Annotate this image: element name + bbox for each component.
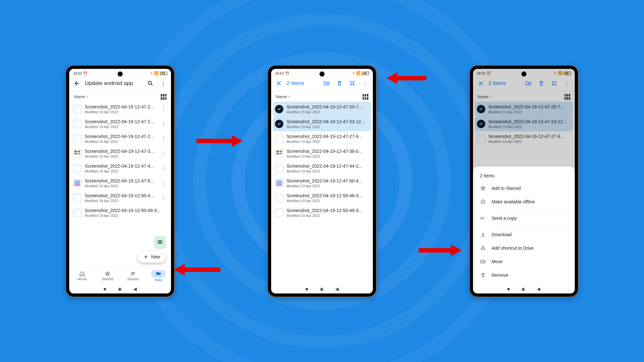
sheet-add-starred[interactable]: Add to Starred — [473, 181, 575, 195]
folder-title: Update android app — [85, 80, 143, 87]
file-row-selected[interactable]: Screenshot_2022-04-19-12-47-20-7...Modif… — [273, 102, 371, 116]
offline-icon — [480, 199, 486, 205]
file-thumb — [73, 179, 81, 187]
nav-starred[interactable]: Starred — [95, 267, 120, 284]
back-icon[interactable]: ◀ — [133, 286, 137, 292]
arrow-to-selected-row — [196, 135, 243, 147]
overflow-icon[interactable]: ⋮ — [158, 78, 168, 88]
recents-icon[interactable]: ■ — [305, 286, 308, 292]
trash-icon[interactable] — [334, 78, 345, 88]
svg-point-7 — [481, 200, 485, 204]
close-icon[interactable] — [274, 78, 284, 88]
fab-group: New — [137, 236, 166, 263]
row-overflow-icon[interactable]: ⋮ — [160, 165, 167, 171]
svg-point-3 — [131, 272, 133, 274]
camera-punch — [118, 72, 122, 76]
phone-2: 18:52 ⏰ ✧📶66 2 items ⋮ Name ↑ Screenshot… — [268, 66, 376, 297]
sheet-move[interactable]: Move — [473, 255, 575, 268]
file-row[interactable]: Screenshot_2022-04-19-12-47-23-12...Modi… — [71, 116, 169, 131]
file-row[interactable]: Screenshot_2022-04-19-12-47-20-7...Modif… — [71, 102, 169, 116]
svg-rect-5 — [351, 82, 354, 85]
sheet-title: 2 items — [473, 171, 575, 181]
svg-point-2 — [159, 241, 161, 243]
sort-arrow-icon: ↑ — [86, 94, 89, 99]
bottom-nav: Home Starred Shared Files — [69, 267, 171, 284]
back-icon[interactable]: ◀ — [537, 286, 540, 292]
back-icon[interactable]: ◀ — [335, 286, 339, 292]
sheet-download[interactable]: Download — [473, 228, 575, 241]
select-all-icon[interactable] — [347, 78, 357, 88]
file-row[interactable]: Screenshot_2022-04-19-12-47-44-2...Modif… — [273, 161, 371, 176]
file-row-selected[interactable]: Screenshot_2022-04-19-12-47-23-12...Modi… — [273, 116, 371, 131]
svg-point-4 — [134, 272, 135, 274]
back-icon[interactable] — [72, 78, 82, 88]
file-thumb — [73, 194, 81, 202]
shortcut-icon — [480, 245, 486, 251]
status-time: 18:52 — [73, 71, 82, 75]
file-thumb — [73, 120, 81, 128]
nav-home[interactable]: Home — [69, 267, 95, 284]
arrow-to-download — [419, 245, 462, 256]
app-bar: Update android app ⋮ — [69, 77, 171, 91]
sort-row[interactable]: Name ↑ — [271, 91, 373, 102]
plus-icon — [143, 254, 148, 259]
alarm-icon: ⏰ — [83, 71, 88, 75]
file-row[interactable]: Screenshot_2022-04-19-12-47-38-0...Modif… — [273, 146, 371, 161]
selection-count: 2 items — [287, 80, 319, 87]
star-icon — [480, 185, 486, 191]
row-overflow-icon[interactable]: ⋮ — [160, 180, 167, 186]
home-icon[interactable]: ◉ — [118, 286, 122, 292]
check-icon — [275, 120, 283, 128]
row-overflow-icon[interactable]: ⋮ — [160, 121, 167, 127]
file-row[interactable]: Screenshot_2022-04-19-12-47-44-2...Modif… — [71, 161, 169, 176]
row-overflow-icon[interactable]: ⋮ — [160, 106, 167, 112]
overflow-icon[interactable]: ⋮ — [360, 78, 370, 88]
trash-icon — [480, 272, 486, 278]
svg-point-0 — [148, 81, 152, 84]
file-row[interactable]: Screenshot_2022-04-19-12-50-46-3...Modif… — [71, 190, 169, 205]
star-icon — [105, 271, 110, 277]
sheet-shortcut[interactable]: Add shortcut to Drive — [473, 241, 575, 255]
file-thumb — [73, 149, 81, 158]
search-icon[interactable] — [145, 78, 156, 88]
sort-row[interactable]: Name ↑ — [69, 91, 171, 102]
view-toggle-icon[interactable] — [161, 94, 166, 100]
arrow-to-new-button — [174, 264, 220, 275]
people-icon — [130, 271, 136, 277]
bottom-sheet: 2 items Add to Starred Make available of… — [473, 167, 575, 293]
row-overflow-icon[interactable]: ⋮ — [160, 135, 167, 142]
home-icon[interactable]: ◉ — [521, 286, 525, 292]
phone-1: 18:52 ⏰ ✧ 📶 66 Update android app ⋮ Name… — [66, 66, 174, 297]
sheet-remove[interactable]: Remove — [473, 268, 575, 282]
file-row[interactable]: Screenshot_2022-04-19-12-50-49-3...Modif… — [71, 205, 169, 220]
nav-shared[interactable]: Shared — [120, 267, 146, 284]
file-row[interactable]: Screenshot_2022-04-19-12-47-27-9...Modif… — [273, 131, 371, 146]
check-icon — [275, 105, 283, 113]
new-button[interactable]: New — [137, 251, 166, 263]
nav-files[interactable]: Files — [146, 267, 171, 284]
scan-fab[interactable] — [154, 236, 166, 248]
file-row[interactable]: Screenshot_2022-04-19-12-47-50-4...Modif… — [71, 176, 169, 190]
file-row[interactable]: Screenshot_2022-04-19-12-47-27-9...Modif… — [71, 131, 169, 146]
home-icon[interactable]: ◉ — [320, 286, 324, 292]
file-row[interactable]: Screenshot_2022-04-19-12-50-46-3...Modif… — [273, 190, 371, 205]
view-toggle-icon[interactable] — [363, 94, 368, 100]
file-thumb — [73, 164, 81, 172]
sheet-send-copy[interactable]: Send a copy — [473, 211, 575, 225]
file-row[interactable]: Screenshot_2022-04-19-12-47-50-4...Modif… — [273, 176, 371, 190]
recents-icon[interactable]: ■ — [104, 286, 106, 292]
system-nav: ■ ◉ ◀ — [473, 284, 575, 293]
selection-app-bar: 2 items ⋮ — [271, 77, 373, 91]
phone-3: 18:52 ⏰ ✧📶66 2 items ⋮ Name ↑ Screenshot… — [470, 66, 578, 297]
file-row[interactable]: Screenshot_2022-04-19-12-47-38-0...Modif… — [71, 146, 169, 161]
signal-icon: 📶 — [154, 71, 159, 75]
move-icon[interactable] — [321, 78, 332, 88]
recents-icon[interactable]: ■ — [507, 286, 510, 292]
arrow-to-overflow — [386, 72, 426, 84]
row-overflow-icon[interactable]: ⋮ — [160, 195, 167, 201]
tutorial-stage: 18:52 ⏰ ✧ 📶 66 Update android app ⋮ Name… — [0, 0, 644, 362]
folder-move-icon — [480, 259, 486, 265]
file-row[interactable]: Screenshot_2022-04-19-12-50-49-3...Modif… — [273, 205, 371, 220]
sheet-offline[interactable]: Make available offline — [473, 195, 575, 209]
row-overflow-icon[interactable]: ⋮ — [160, 150, 167, 156]
